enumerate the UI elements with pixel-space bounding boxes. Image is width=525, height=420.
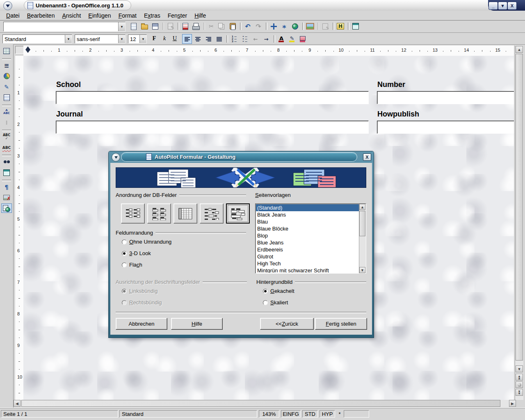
radio-no-border-label[interactable]: Ohne Umrandung (129, 239, 171, 245)
list-scroll-down-button[interactable]: ▼ (359, 267, 365, 273)
form-field-school[interactable] (56, 91, 369, 104)
radio-3d-look[interactable] (122, 251, 127, 256)
list-scroll-up-button[interactable]: ▲ (359, 204, 365, 210)
chevron-down-icon[interactable]: ▼ (139, 35, 146, 43)
list-scrollbar[interactable]: ▲ ▼ (359, 204, 366, 273)
toolbar-button[interactable] (1, 118, 12, 127)
paragraph-style-combobox[interactable]: Standard ▼ (2, 34, 72, 43)
bold-button[interactable]: F (149, 34, 159, 43)
toolbar-button[interactable] (180, 21, 190, 31)
toolbar-button[interactable] (1, 193, 12, 202)
chevron-down-icon[interactable]: ▼ (118, 22, 125, 31)
status-zoom[interactable]: 143% (259, 410, 279, 418)
toolbar-button[interactable] (206, 21, 216, 31)
page-style-item[interactable]: High Tech (256, 260, 359, 267)
toolbar-button[interactable] (298, 34, 308, 44)
toolbar-button[interactable] (287, 34, 297, 44)
radio-scaled-label[interactable]: Skaliert (270, 299, 288, 306)
toolbar-button[interactable] (217, 21, 227, 31)
next-page-button[interactable]: ▼ ▼ (516, 389, 523, 396)
radio-flat[interactable] (122, 262, 127, 267)
toolbar-button[interactable] (336, 21, 345, 31)
menu-item[interactable]: Bearbeiten (23, 11, 59, 20)
italic-button[interactable]: k (160, 34, 169, 43)
radio-tiled[interactable] (263, 289, 268, 294)
underline-button[interactable]: U (170, 34, 180, 43)
page-style-item[interactable]: (Standard) (256, 204, 359, 211)
toolbar-button[interactable] (1, 182, 12, 192)
radio-3d-look-label[interactable]: 3-D Look (129, 250, 151, 256)
list-scroll-thumb[interactable] (359, 211, 365, 236)
page-style-item[interactable]: Black Jeans (256, 211, 359, 218)
page-style-item[interactable]: Mintgrün mit schwarzer Schrift (256, 267, 359, 273)
status-hyperlink-mode[interactable]: HYP (320, 410, 335, 418)
toolbar-button[interactable] (1, 132, 12, 142)
toolbar-button[interactable] (214, 34, 224, 44)
toolbar-button[interactable] (251, 34, 260, 44)
scroll-right-button[interactable]: ▶ (509, 400, 516, 407)
help-button[interactable]: Hilfe (171, 318, 223, 330)
font-size-combobox[interactable]: 12 ▼ (128, 34, 147, 43)
page-style-item[interactable]: Blau (256, 218, 359, 225)
toolbar-button[interactable] (305, 21, 315, 31)
form-field-number[interactable] (377, 91, 514, 104)
horizontal-scrollbar[interactable]: ◀ ▶ (14, 400, 516, 407)
radio-tiled-label[interactable]: Gekachelt (270, 288, 294, 294)
toolbar-button[interactable] (240, 34, 250, 44)
cancel-button[interactable]: Abbrechen (116, 318, 167, 330)
toolbar-button[interactable] (279, 21, 289, 31)
font-name-combobox[interactable]: sans-serif ▼ (75, 34, 126, 43)
status-selection-mode[interactable]: STD (302, 410, 318, 418)
toolbar-button[interactable] (1, 82, 12, 91)
menu-item[interactable]: Extras (140, 11, 164, 20)
toolbar-button[interactable] (1, 93, 12, 102)
toolbar-button[interactable] (182, 34, 192, 44)
menu-item[interactable]: Fenster (164, 11, 191, 20)
dialog-menu-button[interactable] (112, 153, 120, 162)
url-combobox[interactable]: ▼ (3, 22, 126, 32)
toolbar-button[interactable] (165, 21, 175, 31)
menu-item[interactable]: Ansicht (58, 11, 84, 20)
scroll-up-button[interactable]: ▲ (516, 46, 523, 53)
radio-flat-label[interactable]: Flach (129, 262, 142, 268)
toolbar-button[interactable] (1, 168, 12, 177)
window-menu-button[interactable] (3, 1, 12, 10)
toolbar-button[interactable] (191, 21, 201, 31)
radio-scaled[interactable] (263, 300, 268, 305)
toolbar-button[interactable] (269, 21, 278, 31)
toolbar-button[interactable] (229, 34, 239, 44)
menu-item[interactable]: Hilfe (191, 11, 210, 20)
close-button[interactable]: X (507, 2, 517, 10)
menu-item[interactable]: Format (115, 11, 140, 20)
toolbar-button[interactable] (1, 203, 12, 213)
menu-item[interactable]: Einfügen (84, 11, 114, 20)
minimize-button[interactable]: _ (488, 2, 498, 10)
form-field-journal[interactable] (56, 121, 369, 134)
vertical-scrollbar[interactable]: ▲ ▼ ▲ ▲ ▼ ▼ (515, 46, 523, 400)
toolbar-button[interactable] (129, 21, 139, 31)
back-button[interactable]: << Zurück (260, 318, 314, 330)
toolbar-button[interactable] (193, 34, 203, 44)
layout-as-table-button[interactable] (173, 203, 197, 224)
toolbar-button[interactable] (243, 21, 253, 31)
layout-columns-labels-top-button[interactable] (147, 203, 171, 224)
layout-rows-labels-left-button[interactable] (200, 203, 224, 224)
layout-blocks-labels-top-button[interactable] (226, 203, 250, 224)
toolbar-button[interactable] (1, 157, 12, 167)
finish-button[interactable]: Fertig stellen (315, 318, 367, 330)
menu-item[interactable]: Datei (2, 11, 23, 20)
dialog-titlebar[interactable]: AutoPilot Formular - Gestaltung X (109, 151, 374, 163)
chevron-down-icon[interactable]: ▼ (65, 35, 72, 43)
status-page-style[interactable]: Standard (119, 410, 257, 418)
status-insert-mode[interactable]: EINFG (281, 410, 301, 418)
horizontal-scroll-thumb[interactable] (21, 400, 500, 407)
maximize-button[interactable]: ▼ (498, 2, 507, 10)
tab-stop-selector[interactable] (23, 46, 32, 56)
page-styles-listbox[interactable]: (Standard) Black Jeans Blau Blaue Blöcke… (255, 203, 366, 274)
layout-columns-labels-left-button[interactable] (121, 203, 145, 224)
dialog-close-button[interactable]: X (363, 153, 371, 161)
toolbar-button[interactable] (351, 21, 361, 31)
toolbar-button[interactable] (1, 71, 12, 81)
page-style-item[interactable]: Blaue Blöcke (256, 225, 359, 232)
toolbar-button[interactable] (1, 61, 12, 70)
